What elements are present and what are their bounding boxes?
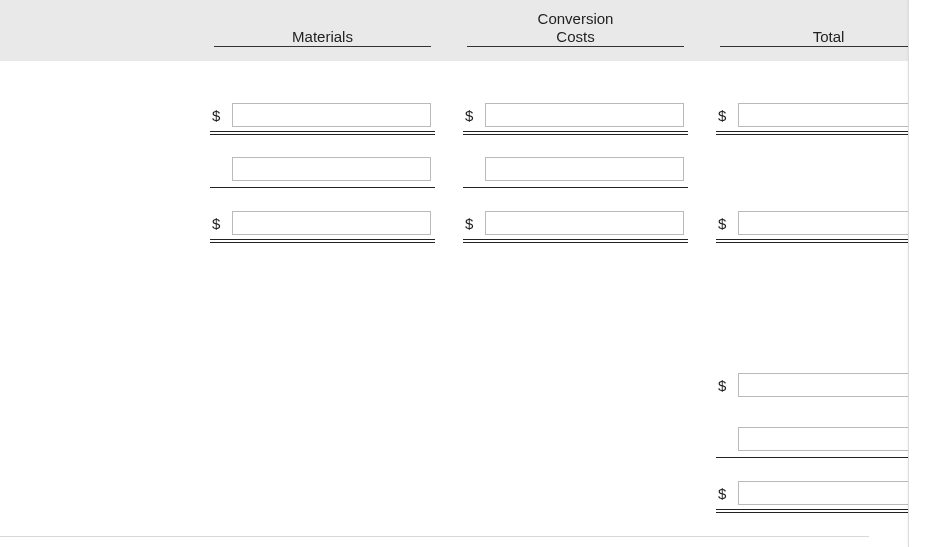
- materials-cell: $: [210, 211, 435, 243]
- page-root: Materials Conversion Costs Total: [0, 0, 949, 547]
- column-header-band: Materials Conversion Costs Total: [0, 0, 909, 61]
- worksheet-body: $$$$$$$$$$$: [0, 61, 909, 535]
- conversion-amount-input[interactable]: [485, 157, 684, 181]
- right-sidebar-rail: [908, 0, 949, 547]
- content-area: Materials Conversion Costs Total: [0, 0, 909, 547]
- currency-symbol: $: [716, 377, 732, 394]
- column-header-conversion: Conversion Costs: [463, 10, 688, 53]
- page-bottom-divider: [0, 536, 869, 537]
- conversion-cell: $: [463, 103, 688, 135]
- materials-cell: $: [210, 103, 435, 135]
- currency-symbol: $: [463, 107, 479, 124]
- currency-symbol: $: [210, 107, 226, 124]
- materials-cell: $: [210, 157, 435, 188]
- column-header-materials-label: Materials: [210, 28, 435, 46]
- conversion-cell: $: [463, 157, 688, 188]
- currency-symbol: $: [463, 215, 479, 232]
- column-header-conversion-label-line2: Costs: [463, 28, 688, 46]
- materials-amount-input[interactable]: [232, 157, 431, 181]
- currency-symbol: $: [716, 215, 732, 232]
- materials-amount-input[interactable]: [232, 103, 431, 127]
- currency-symbol: $: [210, 215, 226, 232]
- currency-symbol: $: [716, 107, 732, 124]
- column-header-materials: Materials: [210, 10, 435, 53]
- currency-symbol: $: [716, 485, 732, 502]
- column-header-conversion-label-line1: Conversion: [463, 10, 688, 28]
- conversion-cell: $: [463, 211, 688, 243]
- conversion-amount-input[interactable]: [485, 211, 684, 235]
- conversion-amount-input[interactable]: [485, 103, 684, 127]
- materials-amount-input[interactable]: [232, 211, 431, 235]
